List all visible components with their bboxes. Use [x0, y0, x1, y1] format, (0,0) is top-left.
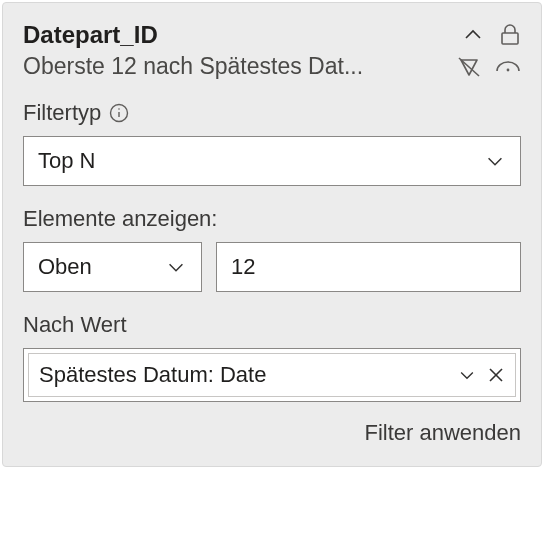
direction-value: Oben	[38, 254, 92, 280]
collapse-icon[interactable]	[461, 23, 485, 47]
filtertype-value: Top N	[38, 148, 95, 174]
svg-point-2	[507, 68, 510, 71]
byvalue-label-row: Nach Wert	[23, 312, 521, 338]
filter-card: Datepart_ID Oberste 12 nach Spätestes Da…	[2, 2, 542, 467]
direction-select[interactable]: Oben	[23, 242, 202, 292]
subheader-row: Oberste 12 nach Spätestes Dat...	[23, 53, 521, 80]
byvalue-field[interactable]: Spätestes Datum: Date	[23, 348, 521, 402]
byvalue-chip: Spätestes Datum: Date	[28, 353, 516, 397]
filtertype-label: Filtertyp	[23, 100, 101, 126]
byvalue-chip-text: Spätestes Datum: Date	[39, 362, 447, 388]
byvalue-label: Nach Wert	[23, 312, 127, 338]
card-subtitle: Oberste 12 nach Spätestes Dat...	[23, 53, 363, 80]
byvalue-section: Nach Wert Spätestes Datum: Date	[23, 312, 521, 402]
svg-point-5	[118, 108, 120, 110]
showitems-section: Elemente anzeigen: Oben	[23, 206, 521, 292]
chevron-down-icon	[484, 150, 506, 172]
chip-chevron-icon[interactable]	[457, 365, 477, 385]
info-icon[interactable]	[109, 103, 129, 123]
chip-icons	[457, 365, 505, 385]
chip-remove-icon[interactable]	[487, 366, 505, 384]
lock-icon[interactable]	[499, 23, 521, 47]
apply-row: Filter anwenden	[23, 420, 521, 446]
chevron-down-icon	[165, 256, 187, 278]
apply-filter-button[interactable]: Filter anwenden	[364, 420, 521, 446]
card-title: Datepart_ID	[23, 21, 158, 49]
filtertype-select[interactable]: Top N	[23, 136, 521, 186]
filtertype-section: Filtertyp Top N	[23, 100, 521, 186]
count-input[interactable]	[216, 242, 521, 292]
header-icons	[461, 23, 521, 47]
subheader-icons	[457, 55, 521, 79]
clear-filter-icon[interactable]	[457, 55, 481, 79]
showitems-label-row: Elemente anzeigen:	[23, 206, 521, 232]
showitems-row: Oben	[23, 242, 521, 292]
visibility-icon[interactable]	[495, 55, 521, 79]
svg-rect-0	[502, 33, 518, 44]
filtertype-label-row: Filtertyp	[23, 100, 521, 126]
header-row: Datepart_ID	[23, 21, 521, 49]
showitems-label: Elemente anzeigen:	[23, 206, 217, 232]
